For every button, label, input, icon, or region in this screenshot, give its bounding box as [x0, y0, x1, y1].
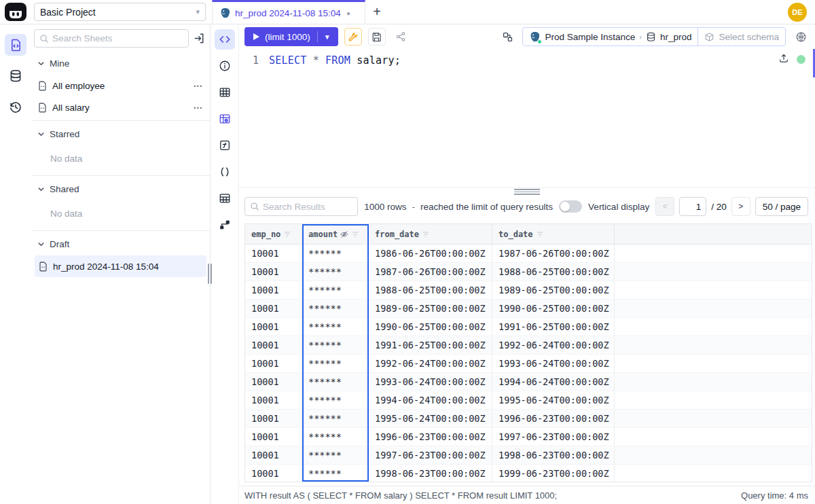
share-button[interactable]: [392, 28, 410, 46]
batch-query-button[interactable]: [499, 28, 516, 46]
table-cell[interactable]: 1988-06-25T00:00:00Z: [492, 263, 615, 281]
table-cell[interactable]: 10001: [245, 245, 302, 262]
table-row[interactable]: 10001******1991-06-25T00:00:00Z1992-06-2…: [245, 336, 812, 355]
instance-selector[interactable]: Prod Sample Instance › hr_prod: [523, 31, 698, 43]
sidebar-item-draft-hr-prod[interactable]: hr_prod 2024-11-08 15:04: [35, 255, 206, 277]
section-starred[interactable]: Starred: [31, 123, 210, 145]
table-cell[interactable]: 1990-06-25T00:00:00Z: [369, 318, 492, 336]
table-cell[interactable]: 1999-06-23T00:00:00Z: [492, 465, 615, 482]
table-row[interactable]: 10001******1998-06-23T00:00:00Z1999-06-2…: [245, 465, 812, 482]
table-cell[interactable]: ******: [302, 410, 369, 427]
table-cell[interactable]: 1992-06-24T00:00:00Z: [492, 336, 615, 354]
table-cell[interactable]: ******: [302, 263, 369, 281]
avatar[interactable]: DE: [788, 3, 807, 22]
brackets-panel-icon[interactable]: [215, 162, 235, 182]
table-cell[interactable]: ******: [302, 336, 369, 354]
run-options-caret[interactable]: ▼: [318, 33, 337, 41]
sidebar-resize-handle[interactable]: [208, 264, 213, 284]
column-header-amount[interactable]: amount: [302, 224, 369, 244]
table-cell[interactable]: 1994-06-24T00:00:00Z: [492, 373, 615, 391]
section-shared[interactable]: Shared: [31, 178, 210, 200]
table-cell[interactable]: 10001: [245, 318, 302, 336]
format-sql-button[interactable]: [344, 28, 362, 46]
table-cell[interactable]: 1992-06-24T00:00:00Z: [369, 355, 492, 372]
upload-icon[interactable]: [778, 53, 789, 64]
tab-hr-prod[interactable]: hr_prod 2024-11-08 15:04 ●: [212, 0, 365, 24]
table-cell[interactable]: ******: [302, 446, 369, 464]
table-cell[interactable]: ******: [302, 245, 369, 262]
table-cell[interactable]: 10001: [245, 465, 302, 482]
table-row[interactable]: 10001******1992-06-24T00:00:00Z1993-06-2…: [245, 355, 812, 373]
prev-page-button[interactable]: <: [655, 197, 674, 216]
table-row[interactable]: 10001******1993-06-24T00:00:00Z1994-06-2…: [245, 373, 812, 391]
save-button[interactable]: [368, 28, 386, 46]
run-button[interactable]: (limit 1000) ▼: [244, 27, 338, 46]
table-cell[interactable]: ******: [302, 373, 369, 391]
code-panel-icon[interactable]: [215, 29, 235, 50]
table-cell[interactable]: 10001: [245, 281, 302, 299]
table-cell[interactable]: 1995-06-24T00:00:00Z: [369, 410, 492, 427]
function-panel-icon[interactable]: [215, 135, 235, 156]
schema-selector[interactable]: Select schema: [698, 32, 785, 42]
table-cell[interactable]: 1990-06-25T00:00:00Z: [492, 300, 615, 317]
table-cell[interactable]: 10001: [245, 410, 302, 427]
table-cell[interactable]: 10001: [245, 446, 302, 464]
table-cell[interactable]: 10001: [245, 336, 302, 354]
table-cell[interactable]: 10001: [245, 263, 302, 281]
table-cell[interactable]: 1997-06-23T00:00:00Z: [369, 446, 492, 464]
table-row[interactable]: 10001******1988-06-25T00:00:00Z1989-06-2…: [245, 281, 812, 300]
nav-databases-icon[interactable]: [5, 65, 26, 87]
sheet-table-panel-icon[interactable]: [215, 188, 235, 209]
table-cell[interactable]: ******: [302, 428, 369, 446]
table-cell[interactable]: 1993-06-24T00:00:00Z: [492, 355, 615, 372]
table-row[interactable]: 10001******1997-06-23T00:00:00Z1998-06-2…: [245, 446, 812, 465]
table-cell[interactable]: 1991-06-25T00:00:00Z: [492, 318, 615, 336]
table-cell[interactable]: 1993-06-24T00:00:00Z: [369, 373, 492, 391]
sort-icon[interactable]: [536, 230, 544, 238]
table-cell[interactable]: 10001: [245, 373, 302, 391]
project-selector[interactable]: Basic Project ▾: [34, 3, 206, 21]
table-cell[interactable]: 1996-06-23T00:00:00Z: [492, 410, 615, 427]
nav-history-icon[interactable]: [5, 96, 26, 118]
table-cell[interactable]: 1998-06-23T00:00:00Z: [492, 446, 615, 464]
table-cell[interactable]: 1989-06-25T00:00:00Z: [492, 281, 615, 299]
page-number-input[interactable]: [679, 197, 706, 216]
table-cell[interactable]: ******: [302, 355, 369, 372]
table-cell[interactable]: 1994-06-24T00:00:00Z: [369, 391, 492, 409]
import-sheet-icon[interactable]: [193, 32, 206, 45]
ellipsis-icon[interactable]: ⋯: [194, 102, 204, 113]
table-cell[interactable]: 1989-06-25T00:00:00Z: [369, 300, 492, 317]
info-icon[interactable]: [215, 56, 235, 76]
table-row[interactable]: 10001******1987-06-26T00:00:00Z1988-06-2…: [245, 263, 812, 281]
table-ai-panel-icon[interactable]: [215, 109, 235, 129]
sql-editor[interactable]: 1 SELECT * FROM salary;: [239, 49, 815, 188]
table-cell[interactable]: 10001: [245, 428, 302, 446]
table-row[interactable]: 10001******1995-06-24T00:00:00Z1996-06-2…: [245, 410, 812, 428]
vertical-display-toggle[interactable]: [559, 200, 582, 213]
results-search-input[interactable]: [263, 202, 352, 212]
table-row[interactable]: 10001******1994-06-24T00:00:00Z1995-06-2…: [245, 391, 812, 410]
table-cell[interactable]: ******: [302, 465, 369, 482]
table-cell[interactable]: ******: [302, 281, 369, 299]
section-mine[interactable]: Mine: [31, 52, 210, 75]
table-row[interactable]: 10001******1989-06-25T00:00:00Z1990-06-2…: [245, 300, 812, 318]
table-cell[interactable]: 1998-06-23T00:00:00Z: [369, 465, 492, 482]
schema-diagram-icon[interactable]: [215, 215, 235, 235]
table-row[interactable]: 10001******1990-06-25T00:00:00Z1991-06-2…: [245, 318, 812, 336]
table-cell[interactable]: 10001: [245, 391, 302, 409]
panel-resize-handle[interactable]: [239, 188, 815, 194]
sort-icon[interactable]: [351, 230, 359, 238]
column-header-emp-no[interactable]: emp_no: [245, 224, 302, 244]
table-cell[interactable]: 1988-06-25T00:00:00Z: [369, 281, 492, 299]
next-page-button[interactable]: >: [731, 197, 750, 216]
table-cell[interactable]: 1997-06-23T00:00:00Z: [492, 428, 615, 446]
sidebar-item-all-salary[interactable]: All salary ⋯: [31, 96, 210, 118]
sql-code-line[interactable]: SELECT * FROM salary;: [269, 54, 401, 187]
table-cell[interactable]: 1995-06-24T00:00:00Z: [492, 391, 615, 409]
table-cell[interactable]: 10001: [245, 355, 302, 372]
table-cell[interactable]: 10001: [245, 300, 302, 317]
sort-icon[interactable]: [283, 230, 291, 238]
table-row[interactable]: 10001******1986-06-26T00:00:00Z1987-06-2…: [245, 245, 812, 263]
column-header-from-date[interactable]: from_date: [369, 224, 492, 244]
table-cell[interactable]: ******: [302, 391, 369, 409]
